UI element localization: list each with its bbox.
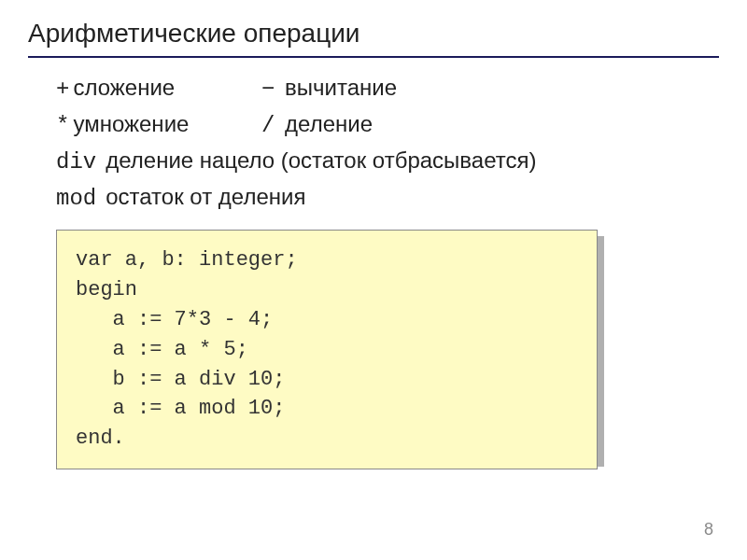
code-line-2: begin: [76, 278, 137, 301]
title-divider: [28, 56, 719, 58]
op-multiplication: * умножение: [56, 111, 261, 138]
asterisk-symbol: *: [56, 113, 69, 138]
op-row-2: * умножение / деление: [56, 111, 719, 138]
op-division: / деление: [261, 111, 373, 138]
op-row-4: mod остаток от деления: [56, 184, 719, 211]
code-example-container: var a, b: integer; begin a := 7*3 - 4; a…: [56, 230, 719, 469]
op-addition: + сложение: [56, 75, 261, 102]
code-line-3: a := 7*3 - 4;: [76, 308, 273, 331]
op-subtraction: − вычитание: [261, 75, 397, 102]
addition-label: сложение: [73, 75, 175, 101]
op-row-3: div деление нацело (остаток отбрасываетс…: [56, 147, 719, 175]
mod-description: остаток от деления: [106, 184, 305, 210]
code-line-5: b := a div 10;: [76, 368, 285, 391]
minus-symbol: −: [261, 77, 275, 102]
slash-symbol: /: [261, 113, 275, 138]
div-keyword: div: [56, 149, 96, 175]
code-line-6: a := a mod 10;: [76, 397, 285, 420]
mod-keyword: mod: [56, 186, 96, 211]
code-line-4: a := a * 5;: [76, 338, 248, 361]
slide-title: Арифметические операции: [28, 19, 719, 49]
div-description: деление нацело (остаток отбрасывается): [106, 147, 536, 174]
division-label: деление: [285, 111, 373, 136]
code-line-1: var a, b: integer;: [76, 248, 298, 272]
operations-list: + сложение − вычитание * умножение / дел…: [28, 75, 719, 211]
code-line-7: end.: [76, 427, 125, 450]
page-number: 8: [704, 520, 713, 539]
code-block: var a, b: integer; begin a := 7*3 - 4; a…: [56, 230, 598, 469]
plus-symbol: +: [56, 77, 69, 102]
multiplication-label: умножение: [73, 111, 189, 137]
op-row-1: + сложение − вычитание: [56, 75, 719, 102]
subtraction-label: вычитание: [285, 75, 397, 100]
